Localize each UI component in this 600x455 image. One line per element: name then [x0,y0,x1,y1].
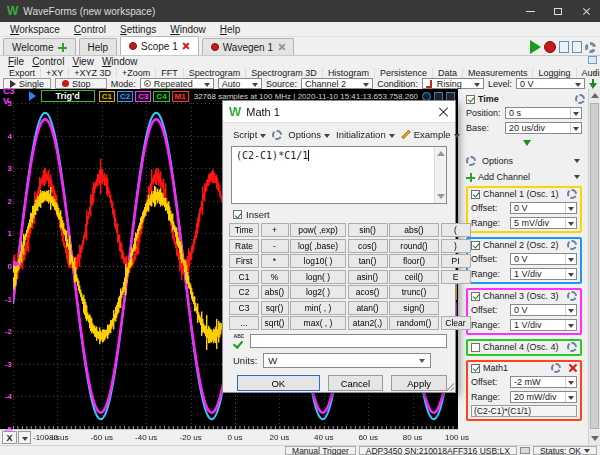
channel-2-gear-icon[interactable] [567,240,577,250]
script-scrollbar[interactable] [434,147,446,203]
math-key-*[interactable]: * [261,254,289,268]
math-dialog-close-icon[interactable] [433,101,455,123]
tab-scope-close-icon[interactable] [182,42,190,50]
menu-settings[interactable]: Settings [115,23,161,36]
math-key-asin()[interactable]: asin() [348,270,388,284]
math-key--[interactable]: - [261,239,289,253]
view-fft[interactable]: FFT [156,68,184,78]
scroll-up-icon[interactable] [437,151,445,156]
script-menu[interactable]: Script [233,129,266,140]
scope-menu-file[interactable]: File [4,56,28,67]
scroll-down-icon[interactable] [437,194,445,199]
resize-grip[interactable] [446,383,454,391]
maximize-button[interactable] [544,0,572,22]
math-key-log2()[interactable]: log2( ) [290,285,346,299]
math-key-)[interactable]: ) [441,239,471,253]
math-1-range-select[interactable]: 20 mW/div [510,391,577,403]
math-key-%[interactable]: % [261,270,289,284]
math-key-min()[interactable]: min( , ) [290,301,346,315]
tab-wavegen[interactable]: Wavegen 1 [202,38,294,55]
channel-4-gear-icon[interactable] [567,342,577,352]
math-key-logn()[interactable]: logn( ) [290,270,346,284]
units-select[interactable]: W [263,353,431,368]
math-key-Rate[interactable]: Rate [229,239,259,253]
condition-select[interactable]: Rising [422,78,484,89]
menu-control[interactable]: Control [69,23,111,36]
math-1-offset-select[interactable]: -2 mW [510,376,577,388]
math-key-Time[interactable]: Time [229,223,259,237]
channel-3-gear-icon[interactable] [567,291,577,301]
math-key-ceil()[interactable]: ceil() [389,270,439,284]
settings-gear-icon[interactable] [585,42,596,53]
level-select[interactable]: 0 V [516,78,585,89]
mode-select[interactable]: Repeated [140,78,214,89]
channel-3-range-select[interactable]: 1 V/div [510,319,577,331]
channel-chip-c2[interactable]: C2 [117,91,133,102]
channel-1-gear-icon[interactable] [567,189,577,199]
panel-scrollbar[interactable] [588,89,600,445]
math-key-sin()[interactable]: sin() [348,223,388,237]
ok-button[interactable]: OK [237,375,320,391]
math-key-random()[interactable]: random() [389,316,439,330]
x-axis-button[interactable]: X [2,431,17,444]
math-key-abs()[interactable]: abs() [261,285,289,299]
channel-chip-m1[interactable]: M1 [172,91,189,102]
math-key-C2[interactable]: C2 [229,285,259,299]
view-logging[interactable]: Logging [533,68,576,78]
math-key-sign()[interactable]: sign() [389,301,439,315]
tab-wavegen-close-icon[interactable] [277,43,285,51]
scope-menu-control[interactable]: Control [28,56,68,67]
close-button[interactable] [572,0,600,22]
menu-window[interactable]: Window [165,23,211,36]
minimize-button[interactable] [516,0,544,22]
options-menu[interactable]: Options [272,129,330,140]
math-key-C3[interactable]: C3 [229,301,259,315]
channel-1-checkbox[interactable] [471,190,480,199]
status-dropdown[interactable]: Status: OK [533,446,597,455]
math-key-max()[interactable]: max( , ) [290,316,346,330]
view--xy[interactable]: +XY [41,68,69,78]
view-export[interactable]: Export [4,68,41,78]
view--xyz-3d[interactable]: +XYZ 3D [69,68,117,78]
save-image-icon[interactable] [572,41,582,53]
trigger-mode-select[interactable]: Auto [218,78,262,89]
zoom-out-time-button[interactable] [492,137,562,148]
position-select[interactable]: 0 s [505,107,582,119]
view-spectrogram[interactable]: Spectrogram [184,68,247,78]
channel-chip-c4[interactable]: C4 [153,91,169,102]
insert-checkbox[interactable] [233,210,242,219]
math-key-round()[interactable]: round() [389,239,439,253]
source-select[interactable]: Channel 2 [301,78,373,89]
math-1-checkbox[interactable] [471,364,480,373]
base-select[interactable]: 20 us/div [505,122,582,134]
math-key-+[interactable]: + [261,223,289,237]
channel-4-checkbox[interactable] [471,343,480,352]
view-spectrogram-3d[interactable]: Spectrogram 3D [246,68,323,78]
options-label[interactable]: Options [482,156,571,166]
tab-welcome[interactable]: Welcome [3,38,76,55]
apply-button[interactable]: Apply [391,375,447,391]
channel-3-offset-select[interactable]: 0 V [510,304,577,316]
add-channel-dropdown-icon[interactable] [574,175,580,179]
math-key-tan()[interactable]: tan() [348,254,388,268]
math-key-sqrt()[interactable]: sqrt() [261,316,289,330]
cancel-button[interactable]: Cancel [328,375,384,391]
scope-menu-view[interactable]: View [68,56,98,67]
scope-menu-window[interactable]: Window [98,56,142,67]
manual-trigger-button[interactable]: Manual Trigger [285,446,356,455]
time-checkbox[interactable] [466,95,475,104]
math-key-log(base)[interactable]: log( ,base) [290,239,346,253]
tab-help[interactable]: Help [79,38,118,55]
channel-1-offset-select[interactable]: 0 V [510,202,577,214]
undock-icon[interactable] [588,56,597,64]
scroll-down-icon[interactable] [591,436,599,441]
math-key-pow(exp)[interactable]: pow( ,exp) [290,223,346,237]
trigger-position-icon[interactable] [29,91,36,101]
math-key-atan2()[interactable]: atan2(,) [348,316,388,330]
copy-window-icon[interactable] [559,41,569,53]
view-persistence[interactable]: Persistence [375,68,433,78]
math-key-cos()[interactable]: cos() [348,239,388,253]
channel-chip-c1[interactable]: C1 [99,91,115,102]
menu-help[interactable]: Help [215,23,246,36]
math-dialog-titlebar[interactable]: W Math 1 [223,101,455,123]
